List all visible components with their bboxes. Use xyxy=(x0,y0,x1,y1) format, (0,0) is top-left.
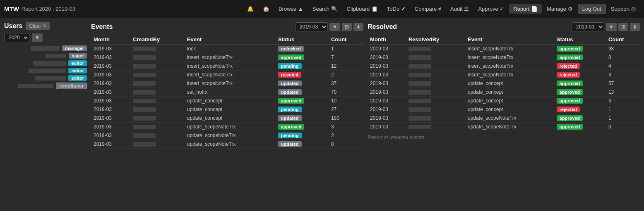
cell-event: update_scopeNoteTrx xyxy=(465,123,554,131)
resolved-title: Resolved xyxy=(368,23,397,31)
user-name-blur xyxy=(29,69,66,73)
table-row: 2019-03 insert_scopeNoteTrx rejected 3 xyxy=(368,71,640,79)
cell-month: 2019-03 xyxy=(368,97,406,105)
table-row: 2019-03 set_notrx updated 70 xyxy=(91,88,363,97)
cell-status: updated xyxy=(276,79,329,88)
clear-x-icon: ✕ xyxy=(43,23,47,29)
list-item: editor xyxy=(4,68,87,73)
cell-month: 2019-03 xyxy=(91,71,130,79)
cell-status: approved xyxy=(554,123,606,131)
events-month-select[interactable]: 2019-03 2019-02 2019-01 xyxy=(295,22,328,31)
users-title: Users xyxy=(4,22,22,30)
cell-event: update_concept xyxy=(185,105,276,114)
col-count: Count xyxy=(329,35,363,45)
year-select[interactable]: 2020 2019 2018 xyxy=(4,33,29,42)
events-grid-button[interactable]: ⊞ xyxy=(342,23,352,31)
cell-event: update_scopeNoteTrx xyxy=(185,123,276,131)
cell-event: set_notrx xyxy=(185,88,276,97)
events-panel: Events 2019-03 2019-02 2019-01 ▼ ⊞ ⬇ Mon… xyxy=(91,22,363,207)
events-table: Month CreatedBy Event Status Count 2019-… xyxy=(91,35,363,149)
resolved-filter-button[interactable]: ▼ xyxy=(606,23,617,31)
cell-month: 2019-03 xyxy=(91,105,130,114)
status-badge: approved xyxy=(557,89,583,95)
cell-month: 2019-03 xyxy=(91,45,130,53)
cell-count: 1 xyxy=(606,105,640,114)
nav-browse[interactable]: Browse ▲ xyxy=(274,4,308,14)
nav-audit[interactable]: Audit ☰ xyxy=(446,4,473,14)
nav-search[interactable]: Search 🔍 xyxy=(308,4,342,14)
status-badge: approved xyxy=(557,124,583,130)
nav-compare[interactable]: Compare ≠ xyxy=(411,4,445,14)
cell-event: insert_scopeNoteTrx xyxy=(185,62,276,71)
cell-month: 2019-03 xyxy=(368,62,406,71)
events-filter-button[interactable]: ▼ xyxy=(329,23,340,31)
nav-report[interactable]: Report 📄 xyxy=(509,4,542,14)
events-export-button[interactable]: ⬇ xyxy=(353,23,363,31)
events-panel-header: Events 2019-03 2019-02 2019-01 ▼ ⊞ ⬇ xyxy=(91,22,363,31)
list-item: manager xyxy=(4,45,87,51)
cell-resolvedby xyxy=(406,45,465,53)
col-event: Event xyxy=(465,35,554,45)
resolved-export-button[interactable]: ⬇ xyxy=(630,23,640,31)
cell-count: 3 xyxy=(606,97,640,105)
nav-home[interactable]: 🏠 xyxy=(259,4,274,14)
table-row: 2019-03 update_concept approved 3 xyxy=(368,97,640,105)
cell-count: 8 xyxy=(329,140,363,149)
col-resolvedby: ResolvedBy xyxy=(406,35,465,45)
table-row: 2019-03 update_scopeNoteTrx pending 2 xyxy=(91,131,363,140)
table-row: 2019-03 update_scopeNoteTrx approved 1 xyxy=(368,114,640,123)
cell-status: approved xyxy=(554,45,606,53)
cell-createdby xyxy=(130,123,185,131)
cell-status: pending xyxy=(276,62,329,71)
role-badge: nager xyxy=(69,53,87,59)
cell-status: updated xyxy=(276,114,329,123)
cell-status: approved xyxy=(554,88,606,97)
cell-count: 3 xyxy=(329,123,363,131)
status-badge: pending xyxy=(278,63,302,69)
cell-month: 2019-03 xyxy=(368,105,406,114)
cell-status: updated xyxy=(276,88,329,97)
col-event: Event xyxy=(185,35,276,45)
cell-month: 2019-03 xyxy=(91,131,130,140)
users-filter-button[interactable]: ▼ xyxy=(32,33,43,42)
role-badge: editor xyxy=(68,75,87,81)
cell-count: 98 xyxy=(606,45,640,53)
nav-approve[interactable]: Approve ✓ xyxy=(474,4,508,14)
cell-status: rejected xyxy=(554,105,606,114)
nav-notifications[interactable]: 🔔 xyxy=(243,4,258,14)
resolved-panel: Resolved 2019-03 2019-02 2019-01 ▼ ⊞ ⬇ M… xyxy=(368,22,640,207)
main-content: Users Clear ✕ 2020 2019 2018 ▼ manager n… xyxy=(0,18,644,211)
users-panel-header: Users Clear ✕ xyxy=(4,22,87,30)
table-row: 2019-03 lock unlocked 1 xyxy=(91,45,363,53)
cell-count: 2 xyxy=(329,131,363,140)
status-badge: pending xyxy=(278,107,302,112)
col-month: Month xyxy=(368,35,406,45)
table-row: 2019-03 update_concept approved 10 xyxy=(91,97,363,105)
nav-support[interactable]: Support ◎ xyxy=(607,4,640,14)
resolved-grid-button[interactable]: ⊞ xyxy=(618,23,628,31)
clear-button[interactable]: Clear ✕ xyxy=(26,22,50,30)
cell-event: insert_scopeNoteTrx xyxy=(185,79,276,88)
cell-resolvedby xyxy=(406,97,465,105)
resolved-month-select[interactable]: 2019-03 2019-02 2019-01 xyxy=(572,22,604,31)
nav-manage[interactable]: Manage ⚙ xyxy=(543,4,577,14)
logout-button[interactable]: Log Out xyxy=(578,4,606,14)
cell-createdby xyxy=(130,114,185,123)
table-row: 2019-03 insert_scopeNoteTrx approved 8 xyxy=(368,53,640,62)
cell-event: lock xyxy=(185,45,276,53)
user-name-blur xyxy=(18,84,53,88)
cell-event: update_concept xyxy=(465,97,554,105)
cell-event: update_scopeNoteTrx xyxy=(185,140,276,149)
cell-count: 2 xyxy=(329,71,363,79)
status-badge: updated xyxy=(278,81,302,86)
cell-count: 180 xyxy=(329,114,363,123)
cell-status: pending xyxy=(276,131,329,140)
table-row: 2019-03 insert_scopeNoteTrx rejected 4 xyxy=(368,62,640,71)
cell-count: 7 xyxy=(329,53,363,62)
status-badge: rejected xyxy=(557,63,580,69)
cell-createdby xyxy=(130,88,185,97)
nav-todo[interactable]: ToDo ✔ xyxy=(383,4,410,14)
cell-createdby xyxy=(130,53,185,62)
status-badge: updated xyxy=(278,89,302,95)
nav-clipboard[interactable]: Clipboard 📋 xyxy=(343,4,382,14)
